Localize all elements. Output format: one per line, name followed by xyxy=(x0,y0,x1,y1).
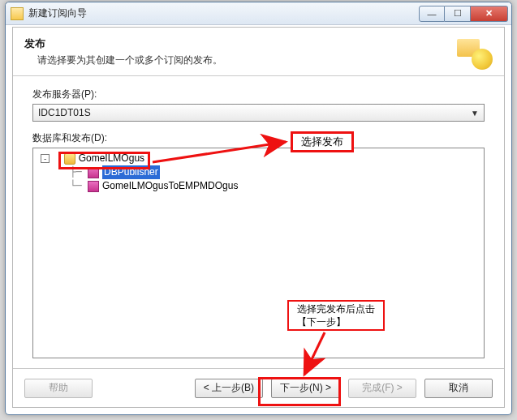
client-area: 发布 请选择要为其创建一个或多个订阅的发布。 发布服务器(P): IDC1DT0… xyxy=(12,27,505,408)
finish-button: 完成(F) > xyxy=(348,379,416,398)
wizard-footer: 帮助 < 上一步(B) 下一步(N) > 完成(F) > 取消 xyxy=(13,368,504,407)
close-button[interactable]: ✕ xyxy=(471,6,508,22)
tree-root-label: GomeILMOgus xyxy=(79,152,144,165)
wizard-window: 新建订阅向导 — ☐ ✕ 发布 请选择要为其创建一个或多个订阅的发布。 发布服务… xyxy=(5,2,512,415)
publisher-combo[interactable]: IDC1DT01S ▼ xyxy=(32,104,485,122)
window-title: 新建订阅向导 xyxy=(28,6,419,20)
publication-tree[interactable]: - GomeILMOgus ├─ DBPublisher └─ GomeILMO… xyxy=(32,148,485,358)
collapse-icon[interactable]: - xyxy=(41,154,50,163)
window-buttons: — ☐ ✕ xyxy=(419,6,508,22)
publisher-label: 发布服务器(P): xyxy=(32,88,485,101)
next-button[interactable]: 下一步(N) > xyxy=(271,379,340,398)
maximize-button[interactable]: ☐ xyxy=(445,6,471,22)
wizard-icon xyxy=(457,34,493,70)
chevron-down-icon: ▼ xyxy=(471,109,479,118)
tree-label: 数据库和发布(D): xyxy=(32,131,485,145)
cancel-button[interactable]: 取消 xyxy=(424,379,493,398)
page-title: 发布 xyxy=(24,36,222,51)
tree-item-label: GomeILMOgusToEMPMDOgus xyxy=(102,179,238,193)
titlebar[interactable]: 新建订阅向导 — ☐ ✕ xyxy=(6,2,511,25)
annotation-callout-2: 选择完发布后点击 【下一步】 xyxy=(287,300,385,331)
page-subtitle: 请选择要为其创建一个或多个订阅的发布。 xyxy=(37,54,222,67)
tree-item-label: DBPublisher xyxy=(102,165,160,179)
tree-root[interactable]: - GomeILMOgus xyxy=(35,152,482,165)
database-icon xyxy=(64,153,75,165)
minimize-button[interactable]: — xyxy=(419,6,445,22)
help-button[interactable]: 帮助 xyxy=(24,379,93,398)
publisher-value: IDC1DT01S xyxy=(38,107,91,118)
tree-item[interactable]: └─ GomeILMOgusToEMPMDOgus xyxy=(35,179,482,193)
publication-icon xyxy=(88,167,99,178)
back-button[interactable]: < 上一步(B) xyxy=(195,379,263,398)
tree-item[interactable]: ├─ DBPublisher xyxy=(35,165,482,179)
publication-icon xyxy=(88,181,99,192)
wizard-header: 发布 请选择要为其创建一个或多个订阅的发布。 xyxy=(13,28,504,76)
wizard-body: 发布服务器(P): IDC1DT01S ▼ 数据库和发布(D): - GomeI… xyxy=(13,76,504,368)
annotation-callout-1: 选择发布 xyxy=(291,131,354,152)
app-icon xyxy=(11,7,24,20)
